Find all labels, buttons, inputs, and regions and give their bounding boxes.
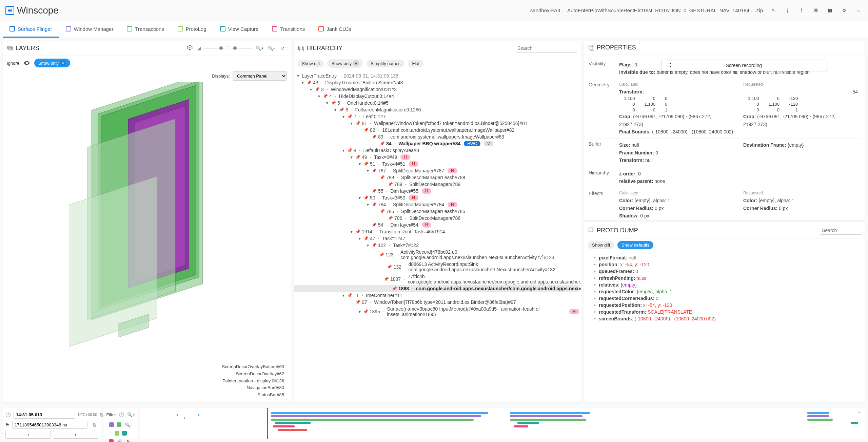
proto-item[interactable]: requestedPosition: x: -54, y: -120 bbox=[589, 302, 861, 309]
proto-show-defaults-chip[interactable]: Show defaults bbox=[617, 241, 653, 249]
tree-node[interactable]: 📌54-Dim layer#54H bbox=[294, 222, 579, 228]
tree-node[interactable]: 📌789-SplitDecorManager#789 bbox=[294, 181, 579, 188]
tree-node[interactable]: 📌1887-77fdc4b com.google.android.apps.ne… bbox=[294, 273, 579, 285]
proto-search[interactable] bbox=[821, 226, 861, 235]
tree-node[interactable]: ▼📌3-WindowedMagnification:0:31#3 bbox=[294, 86, 579, 93]
tree-node[interactable]: ▼📌1914-Transition Root: Task=46#1914 bbox=[294, 228, 579, 235]
rotate-slider[interactable] bbox=[204, 48, 224, 48]
tree-node[interactable]: ▼📌81-WallpaperWindowToken{fcfbcd7 token=… bbox=[294, 120, 579, 127]
tab-transitions[interactable]: Transitions bbox=[265, 21, 312, 38]
tree-node[interactable]: ▼📌47-Task=1#47 bbox=[294, 235, 579, 242]
tab-transactions[interactable]: Transactions bbox=[120, 21, 171, 38]
proto-item[interactable]: queuedFrames: 0 bbox=[589, 268, 861, 275]
link-icon[interactable]: 🔗 bbox=[116, 439, 122, 442]
svg-rect-2 bbox=[589, 45, 593, 49]
minimize-icon[interactable]: — bbox=[816, 63, 821, 68]
tree-node[interactable]: 📌132-d886913 ActivityRecordInputSink com… bbox=[294, 261, 579, 273]
flat-chip[interactable]: Flat bbox=[408, 60, 423, 67]
layers-panel: LAYERS ◢ ⦙ 🔍+ 🔍- ↺ Ignore Show onlyV Dis… bbox=[3, 41, 291, 402]
hierarchy-tree[interactable]: ▼LayerTraceEntry-2024-03-31, 14:31:05.13… bbox=[294, 70, 581, 402]
filter-clock-icon[interactable]: 🕒 bbox=[119, 412, 124, 417]
tree-node[interactable]: 📌55-Dim layer#55H bbox=[294, 188, 579, 194]
proto-item[interactable]: pixelFormat: null bbox=[589, 254, 861, 261]
tree-node[interactable]: 📌97-WindowToken{7f78b6b type=2011 androi… bbox=[294, 299, 579, 306]
download-icon[interactable]: ⭳ bbox=[783, 6, 791, 15]
tree-node[interactable]: ▼📌1895-Surface(name=3baac60 InputMethod)… bbox=[294, 306, 579, 318]
tree-node[interactable]: ▼📌11-ImeContainer#11 bbox=[294, 292, 579, 299]
flag-icon: ⚑ bbox=[5, 422, 9, 427]
proto-item[interactable]: requestedTransform: SCALE|TRANSLATE bbox=[589, 309, 861, 315]
tree-node[interactable]: ▼📌7-Leaf:0:1#7 bbox=[294, 113, 579, 120]
tab-surface-flinger[interactable]: Surface Flinger bbox=[3, 21, 59, 38]
prev-button[interactable]: ‹ bbox=[5, 431, 51, 439]
tree-node[interactable]: ▼📌5-OneHanded:0:14#5 bbox=[294, 100, 579, 106]
tab-jank-cujs[interactable]: Jank CUJs bbox=[312, 21, 358, 38]
copy-ns-icon[interactable]: ⎘ bbox=[90, 421, 98, 429]
hierarchy-search[interactable] bbox=[516, 44, 577, 52]
copy-time-icon[interactable]: ⎘ bbox=[100, 411, 103, 419]
tree-node[interactable]: ▼📌43-Display 0 name="Built-in Screen"#43 bbox=[294, 79, 579, 86]
proto-dump-panel: PROTO DUMP Show diff Show defaults pixel… bbox=[584, 223, 865, 402]
zoom-out-tl-icon[interactable]: 🔍- bbox=[124, 421, 132, 429]
tree-node[interactable]: ▼📌787-SplitDecorManager#787H bbox=[294, 167, 579, 174]
clock-icon: 🕒 bbox=[5, 412, 11, 417]
show-only-v-chip[interactable]: Show onlyV bbox=[327, 59, 363, 68]
tree-node[interactable]: ▼📌50-Task=3#50H bbox=[294, 194, 579, 201]
tree-node[interactable]: ▼📌4-HideDisplayCutout:0:14#4 bbox=[294, 93, 579, 100]
expand-timeline-icon[interactable]: ⌃ bbox=[857, 411, 861, 416]
cube-icon[interactable] bbox=[186, 44, 194, 52]
settings-icon[interactable]: ⚙ bbox=[840, 6, 848, 15]
show-only-chip[interactable]: Show onlyV bbox=[34, 59, 70, 67]
tree-node[interactable]: ▼📌8-DefaultTaskDisplayArea#8 bbox=[294, 147, 579, 154]
proto-item[interactable]: requestedCornerRadius: 0 bbox=[589, 295, 861, 302]
tree-node[interactable]: 📌1888-com.google.android.apps.nexuslaunc… bbox=[294, 285, 579, 292]
reset-icon[interactable]: ↺ bbox=[279, 44, 287, 52]
tree-node[interactable]: ▼📌122-Task=7#122 bbox=[294, 242, 579, 249]
stack-icon bbox=[588, 44, 595, 51]
proto-item[interactable]: screenBounds: (-10800, -24000) - (10800,… bbox=[589, 315, 861, 322]
zoom-in-tl-icon[interactable]: 🔍+ bbox=[127, 411, 135, 419]
show-diff-chip[interactable]: Show diff bbox=[298, 60, 324, 67]
zoom-out-icon[interactable]: 🔍- bbox=[267, 44, 275, 52]
tab-window-manager[interactable]: Window Manager bbox=[59, 21, 120, 38]
edit-icon[interactable]: ✎ bbox=[769, 6, 777, 15]
brightness-icon[interactable]: ☼ bbox=[854, 6, 863, 15]
tree-node[interactable]: 📌786-SplitDecorManager#786 bbox=[294, 215, 579, 222]
proto-list[interactable]: pixelFormat: nullposition: x: -54, y: -1… bbox=[584, 252, 865, 402]
next-button[interactable]: › bbox=[53, 431, 98, 439]
simplify-names-chip[interactable]: Simplify names bbox=[367, 60, 405, 67]
timeline-track[interactable]: ⌃ bbox=[140, 408, 865, 439]
screen-recording-pill[interactable]: ⠿ Screen recording — bbox=[662, 60, 827, 71]
spacing-slider[interactable] bbox=[232, 48, 252, 48]
proto-show-diff-chip[interactable]: Show diff bbox=[588, 241, 614, 249]
displays-select[interactable]: Common Panel bbox=[233, 71, 287, 81]
layers-viz[interactable]: ScreenDecorOverlayBottom#63ScreenDecorOv… bbox=[3, 82, 291, 402]
proto-item[interactable]: requestedColor: {empty}, alpha: 1 bbox=[589, 288, 861, 295]
tree-node[interactable]: ▼📌6-FullscreenMagnification:0:12#6 bbox=[294, 106, 579, 113]
tree-node[interactable]: 📌785-SplitDecorManagerLeash#785 bbox=[294, 208, 579, 215]
tab-view-capture[interactable]: View Capture bbox=[213, 21, 265, 38]
zoom-in-icon[interactable]: 🔍+ bbox=[256, 44, 264, 52]
proto-item[interactable]: refreshPending: false bbox=[589, 275, 861, 281]
visibility-icon[interactable] bbox=[23, 59, 31, 67]
tree-node[interactable]: 📌84-Wallpaper BBQ wrapper#84HWCV bbox=[294, 140, 579, 147]
tree-node[interactable]: 📌123-ActivityRecord{478bc02 u0 com.googl… bbox=[294, 249, 579, 261]
tree-node[interactable]: 📌82-181eabf com.android.systemui.wallpap… bbox=[294, 127, 579, 133]
refresh-tl-icon[interactable]: ↻ bbox=[124, 438, 133, 442]
folder-icon[interactable]: ▮▮ bbox=[826, 6, 834, 15]
tab-protolog[interactable]: ProtoLog bbox=[171, 21, 213, 38]
tree-node[interactable]: 📌83-com.android.systemui.wallpapers.Imag… bbox=[294, 133, 579, 140]
time-input[interactable] bbox=[14, 411, 75, 419]
tree-node[interactable]: 📌788-SplitDecorManagerLeash#788 bbox=[294, 174, 579, 181]
hierarchy-prop-label: Hierarchy bbox=[589, 170, 619, 185]
layers-title: LAYERS bbox=[7, 45, 39, 52]
command-icon[interactable]: ⌘ bbox=[812, 6, 820, 15]
proto-item[interactable]: relatives: [empty] bbox=[589, 281, 861, 288]
proto-item[interactable]: position: x: -54, y: -120 bbox=[589, 261, 861, 268]
tree-node[interactable]: ▼📌784-SplitDecorManager#784H bbox=[294, 201, 579, 208]
tree-node[interactable]: ▼📌51-Task=4#51H bbox=[294, 161, 579, 167]
upload-icon[interactable]: ⭱ bbox=[797, 6, 806, 15]
ns-input[interactable] bbox=[12, 421, 87, 429]
drag-handle-icon[interactable]: ⠿ bbox=[668, 63, 671, 68]
tree-node[interactable]: ▼📌49-Task=2#49H bbox=[294, 154, 579, 161]
